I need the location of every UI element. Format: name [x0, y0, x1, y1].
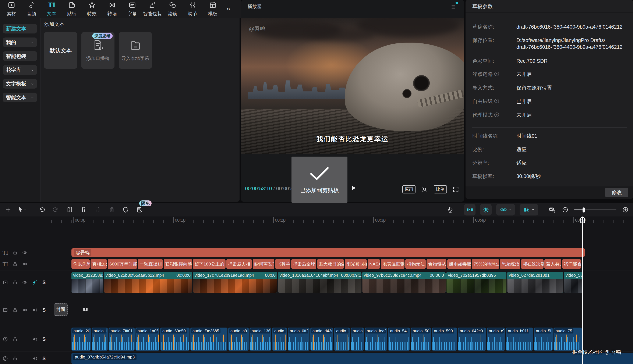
video-clip[interactable]: video_58bcae25c	[564, 272, 582, 293]
player-menu-icon[interactable]	[450, 4, 457, 10]
toolbar-item-effects[interactable]: 特效	[82, 0, 102, 17]
lock-icon[interactable]	[12, 336, 18, 343]
audio-clip[interactable]: audio_d436	[310, 328, 333, 351]
subtitle-clip[interactable]: 食物链从	[426, 259, 446, 269]
toolbar-item-audio[interactable]: 音频	[22, 0, 42, 17]
toolbar-item-template[interactable]: 模板	[203, 0, 223, 17]
mute-icon[interactable]	[32, 280, 38, 286]
subtitle-clip[interactable]: 真相远比	[91, 259, 107, 269]
lock-icon[interactable]	[12, 261, 18, 268]
sidebar-item-text-template[interactable]: 文字模板	[3, 79, 37, 88]
audio-clip[interactable]: audio_204	[72, 328, 91, 351]
subtitle-clip[interactable]: 留下180公里的	[193, 259, 226, 269]
video-clip[interactable]: video_825b30f65aaa3b22.mp400:00:0	[104, 272, 192, 293]
subtitle-clip[interactable]: 遮天蔽日的尘	[317, 259, 344, 269]
eye-icon[interactable]	[22, 307, 28, 314]
solo-button[interactable]: S	[43, 356, 46, 362]
cover-button[interactable]: 封面	[54, 304, 68, 316]
audio-clip[interactable]: audio_b01f	[506, 328, 533, 351]
toolbar-more-button[interactable]: »	[226, 5, 230, 12]
speaker-icon[interactable]	[32, 336, 38, 343]
note-icon[interactable]	[3, 336, 8, 343]
subtitle-clip[interactable]: 75%的地球生	[472, 259, 499, 269]
focus-icon[interactable]	[421, 186, 428, 193]
split-button[interactable]	[66, 206, 74, 214]
video-clip[interactable]: video_97b6c230fd7c94c0.mp400:00:0	[362, 272, 446, 293]
subtitle-clip[interactable]: 瞬间蒸发了	[253, 259, 274, 269]
mask-button[interactable]	[122, 206, 130, 214]
subtitle-clip[interactable]: 撞击威力相	[226, 259, 252, 269]
toolbar-item-media[interactable]: 素材	[1, 0, 22, 17]
video-clip[interactable]: video_1816a3a164104abf.mp400:00:09:12	[278, 272, 361, 293]
film-clip-icon[interactable]	[83, 306, 88, 312]
fullscreen-icon[interactable]	[452, 186, 459, 193]
video-clip[interactable]: video_702e51957db0396	[446, 272, 506, 293]
audio-clip[interactable]: audio_f9e3685	[190, 328, 227, 351]
toolbar-item-smart-pack[interactable]: 智能包装	[142, 0, 162, 17]
solo-button[interactable]: S	[43, 280, 46, 286]
lock-icon[interactable]	[12, 307, 18, 314]
trash-button[interactable]	[108, 206, 116, 214]
audio-clip[interactable]: audio_5b	[534, 328, 553, 351]
audio-clip[interactable]: audio_c7	[487, 328, 505, 351]
audio-clip[interactable]: audio_5f5	[334, 328, 350, 351]
lock-icon[interactable]	[12, 250, 18, 256]
toolbar-item-captions[interactable]: 字幕	[122, 0, 142, 17]
audio-clip[interactable]: audio_5	[272, 328, 287, 351]
subtitle-clip[interactable]: 你以为恐龙	[72, 259, 90, 269]
modify-button[interactable]: 修改	[605, 188, 628, 197]
audio-clip[interactable]: audio_136	[250, 328, 271, 351]
audio-clip[interactable]: audio_f4	[92, 328, 108, 351]
sidebar-item-smart-pack[interactable]: 智能包装	[3, 51, 37, 61]
background-audio-clip[interactable]: audio_07a4bb54a72e9d94.mp3	[72, 353, 633, 364]
speaker-icon[interactable]	[32, 307, 38, 314]
note-icon[interactable]	[3, 356, 8, 362]
subtitle-clip[interactable]: 一颗直径10	[138, 259, 163, 269]
audio-clip[interactable]: audio_69e50	[160, 328, 190, 351]
link-button[interactable]	[496, 204, 515, 216]
audio-clip[interactable]: audio_54	[388, 328, 410, 351]
zoom-slider-handle[interactable]	[582, 208, 585, 212]
zoom-slider[interactable]	[574, 204, 616, 216]
audio-clip[interactable]: audio_a90c	[228, 328, 249, 351]
subtitle-clip[interactable]: NASA对	[368, 259, 380, 269]
clip-icon[interactable]	[3, 280, 8, 286]
original-quality-button[interactable]: 原画	[402, 185, 415, 194]
trim-left-button[interactable]	[80, 206, 88, 214]
auto-select-button[interactable]	[520, 204, 538, 216]
playhead-line[interactable]	[582, 216, 583, 364]
subtitle-clip[interactable]: 酸雨如毒液	[447, 259, 471, 269]
cursor-button[interactable]	[18, 206, 26, 214]
audio-clip[interactable]: audio_1a05	[136, 328, 159, 351]
help-icon[interactable]: ?	[494, 112, 499, 117]
play-button[interactable]	[350, 185, 357, 191]
script-cut-button[interactable]: 限免	[136, 206, 144, 214]
lock-icon[interactable]	[12, 356, 18, 362]
help-icon[interactable]: ?	[494, 99, 499, 104]
subtitle-clip[interactable]: 地表温度骤	[381, 259, 404, 269]
help-icon[interactable]: ?	[494, 72, 499, 76]
redo-button[interactable]	[52, 206, 60, 214]
eye-icon[interactable]	[22, 280, 28, 286]
ruler-zoom-button[interactable]	[548, 206, 556, 214]
video-clip[interactable]: video_17c781e2b91ae1ad.mp400:00	[193, 272, 277, 293]
plus-button[interactable]	[4, 206, 12, 214]
solo-button[interactable]: S	[43, 336, 46, 342]
toolbar-item-text[interactable]: TI文本	[42, 0, 62, 17]
zoom-in-button[interactable]	[621, 206, 629, 214]
audio-clip[interactable]: audio_75	[553, 328, 582, 351]
video-preview[interactable]: @吾鸣 我们能否比恐龙更幸运	[241, 18, 464, 154]
timeline-ruler[interactable]: 00:0000:1000:2000:3000:4000:50	[0, 216, 633, 224]
toolbar-item-filter[interactable]: 滤镜	[162, 0, 183, 17]
subtitle-clip[interactable]: 阳光被阻挡	[345, 259, 367, 269]
toolbar-item-sticker[interactable]: 贴纸	[62, 0, 82, 17]
subtitle-clip[interactable]: 若人类面	[544, 259, 561, 269]
subtitle-clip[interactable]: 恐龙统治	[500, 259, 520, 269]
mic-button[interactable]	[446, 206, 454, 214]
audio-clip[interactable]: audio_590	[432, 328, 457, 351]
clip-icon[interactable]	[3, 307, 8, 314]
solo-button[interactable]: S	[43, 307, 46, 313]
audio-clip[interactable]: audio_3	[351, 328, 364, 351]
video-clip[interactable]: video_31235881f68	[72, 272, 103, 293]
title-text-clip[interactable]: @吾鸣	[72, 248, 585, 257]
